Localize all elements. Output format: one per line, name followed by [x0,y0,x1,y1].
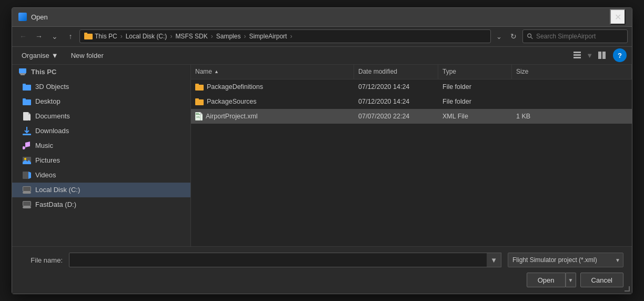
forward-button[interactable]: → [32,29,46,43]
breadcrumb-samples[interactable]: Samples [216,33,241,40]
open-dropdown-arrow[interactable]: ▼ [566,273,576,287]
downloads-icon [23,127,31,135]
sidebar-item-downloads[interactable]: Downloads [12,124,190,138]
file-cell-size: 1 KB [512,113,632,120]
svg-rect-15 [23,98,26,100]
column-headers: Name ▲ Date modified Type Size [191,65,632,79]
folder-desktop-icon [23,98,31,105]
close-button[interactable]: ✕ [610,9,626,25]
svg-rect-9 [19,68,26,73]
address-row: ← → ⌄ ↑ This PC › Local Disk (C:) › MSFS… [12,27,632,47]
toolbar-row: Organise ▼ New folder ▼ ? [12,47,632,65]
help-button[interactable]: ? [613,48,627,62]
sidebar: This PC 3D Objects [12,65,191,246]
sidebar-item-documents[interactable]: Documents [12,109,190,124]
open-button-group: Open ▼ [527,273,576,287]
svg-rect-38 [196,113,199,114]
table-row[interactable]: PackageDefinitions 07/12/2020 14:24 File… [191,79,632,94]
details-view-icon [598,52,606,59]
folder-icon [195,83,204,91]
file-cell-type: File folder [438,83,512,91]
filename-dropdown-button[interactable]: ▼ [487,253,501,267]
table-row[interactable]: PackageSources 07/12/2020 14:24 File fol… [191,94,632,109]
sidebar-item-music[interactable]: Music [12,138,190,153]
svg-rect-24 [23,187,31,191]
sidebar-item-localdisk[interactable]: Local Disk (C:) [12,183,190,197]
svg-rect-6 [573,57,581,58]
pictures-icon [23,157,31,164]
col-header-type[interactable]: Type [438,65,512,79]
sidebar-item-desktop[interactable]: Desktop [12,94,190,109]
search-box[interactable] [522,29,628,43]
col-header-date[interactable]: Date modified [354,65,438,79]
sidebar-item-3dobjects[interactable]: 3D Objects [12,79,190,94]
svg-rect-7 [598,52,601,59]
sidebar-item-pictures[interactable]: Pictures [12,153,190,168]
svg-line-3 [531,37,532,38]
file-cell-name: PackageDefinitions [191,83,354,91]
xml-file-icon: XML [195,112,203,121]
filename-input[interactable] [69,253,501,267]
up-button[interactable]: ↑ [64,29,77,43]
organise-button[interactable]: Organise ▼ [17,50,63,61]
sidebar-item-fastdata[interactable]: FastData (D:) [12,197,190,212]
breadcrumb-simpleairport[interactable]: SimpleAirport [249,33,287,40]
sidebar-item-thispc[interactable]: This PC [12,65,190,79]
breadcrumb-localdisk[interactable]: Local Disk (C:) [126,33,167,40]
address-bar[interactable]: This PC › Local Disk (C:) › MSFS SDK › S… [79,29,491,43]
new-folder-button[interactable]: New folder [67,50,108,61]
sidebar-item-videos[interactable]: Videos [12,168,190,183]
address-dropdown-button[interactable]: ⌄ [493,29,505,43]
svg-rect-5 [573,54,581,56]
svg-rect-33 [195,99,204,105]
breadcrumb-thispc[interactable]: This PC [95,33,117,40]
table-row[interactable]: XML AirportProject.xml 07/07/2020 22:24 … [191,109,632,124]
svg-rect-10 [21,74,25,75]
drive-fast-icon [23,201,31,208]
svg-rect-12 [23,85,31,91]
svg-rect-14 [23,99,31,105]
svg-rect-0 [84,34,93,39]
view-list-button[interactable] [570,48,584,62]
file-cell-name: XML AirportProject.xml [191,112,354,121]
dialog-icon [18,13,27,21]
main-content: This PC 3D Objects [12,65,632,246]
col-header-size[interactable]: Size [512,65,632,79]
breadcrumb-msfssdk[interactable]: MSFS SDK [175,33,207,40]
file-cell-type: File folder [438,98,512,105]
dropdown-button[interactable]: ⌄ [48,29,62,43]
svg-point-2 [528,34,531,37]
view-details-button[interactable] [595,48,609,62]
filename-row: File name: ▼ Flight Simulator project (*… [21,253,623,267]
svg-rect-8 [602,52,606,59]
svg-rect-39 [196,114,200,115]
list-view-icon [573,52,581,59]
filetype-wrapper: Flight Simulator project (*.xml) ▼ [508,253,623,267]
file-list: PackageDefinitions 07/12/2020 14:24 File… [191,79,632,246]
search-input[interactable] [536,33,623,40]
refresh-button[interactable]: ↻ [507,29,520,43]
svg-rect-17 [28,114,31,121]
back-button[interactable]: ← [16,29,30,43]
svg-rect-16 [23,112,28,121]
folder-icon [84,32,93,41]
file-cell-date: 07/12/2020 14:24 [354,98,438,105]
svg-text:XML: XML [196,116,200,118]
svg-rect-32 [195,84,199,85]
filename-label: File name: [21,256,63,264]
file-cell-date: 07/12/2020 14:24 [354,83,438,91]
file-area: Name ▲ Date modified Type Size [191,65,632,246]
resize-handle[interactable] [623,285,630,292]
folder-3d-icon [23,83,31,91]
documents-icon [23,112,31,121]
col-header-name[interactable]: Name ▲ [191,65,354,79]
svg-rect-18 [23,134,31,135]
bottom-area: File name: ▼ Flight Simulator project (*… [12,246,632,294]
svg-rect-21 [23,172,28,179]
open-button[interactable]: Open [527,273,566,287]
filetype-select[interactable]: Flight Simulator project (*.xml) [508,253,623,267]
cancel-button[interactable]: Cancel [580,273,623,287]
svg-rect-28 [23,202,31,206]
svg-rect-36 [200,114,203,121]
svg-rect-26 [23,192,31,194]
